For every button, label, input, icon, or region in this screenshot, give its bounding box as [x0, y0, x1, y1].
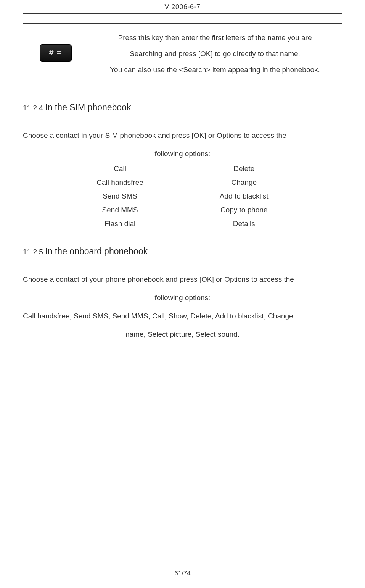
- onboard-p3: Call handsfree, Send SMS, Send MMS, Call…: [23, 309, 342, 324]
- option-item: Copy to phone: [220, 206, 268, 214]
- hash-key-icon: [40, 44, 72, 62]
- section-number: 11.2.4: [23, 104, 43, 112]
- onboard-p1: Choose a contact of your phone phonebook…: [23, 272, 342, 287]
- page-number: 61/74: [0, 570, 365, 577]
- sim-options-list: Call Call handsfree Send SMS Send MMS Fl…: [23, 165, 342, 228]
- option-item: Add to blacklist: [220, 192, 269, 200]
- key-description: Press this key then enter the first lett…: [88, 24, 342, 84]
- onboard-p2: following options:: [23, 290, 342, 305]
- section-number: 11.2.5: [23, 248, 43, 256]
- sim-intro-2: following options:: [23, 146, 342, 162]
- sim-options-left: Call Call handsfree Send SMS Send MMS Fl…: [96, 165, 143, 228]
- page-version: V 2006-6-7: [23, 0, 342, 13]
- section-title: In the SIM phonebook: [45, 102, 131, 112]
- key-cell: [23, 24, 88, 84]
- option-item: Send SMS: [103, 192, 137, 200]
- desc-line: Press this key then enter the first lett…: [95, 30, 335, 46]
- onboard-p4: name, Select picture, Select sound.: [23, 327, 342, 342]
- section-sim-phonebook: 11.2.4 In the SIM phonebook: [23, 102, 342, 113]
- option-item: Call handsfree: [96, 178, 143, 187]
- option-item: Delete: [233, 165, 254, 173]
- option-item: Call: [114, 165, 126, 173]
- section-title: In the onboard phonebook: [45, 246, 148, 256]
- option-item: Change: [231, 178, 257, 187]
- header-rule: [23, 13, 342, 14]
- sim-options-right: Delete Change Add to blacklist Copy to p…: [220, 165, 269, 228]
- option-item: Send MMS: [102, 206, 138, 214]
- option-item: Details: [233, 220, 255, 228]
- desc-line: Searching and press [OK] to go directly …: [95, 46, 335, 62]
- section-onboard-phonebook: 11.2.5 In the onboard phonebook: [23, 246, 342, 257]
- option-item: Flash dial: [105, 220, 135, 228]
- desc-line: You can also use the <Search> item appea…: [95, 62, 335, 78]
- search-key-table: Press this key then enter the first lett…: [23, 23, 342, 84]
- sim-intro-1: Choose a contact in your SIM phonebook a…: [23, 128, 342, 143]
